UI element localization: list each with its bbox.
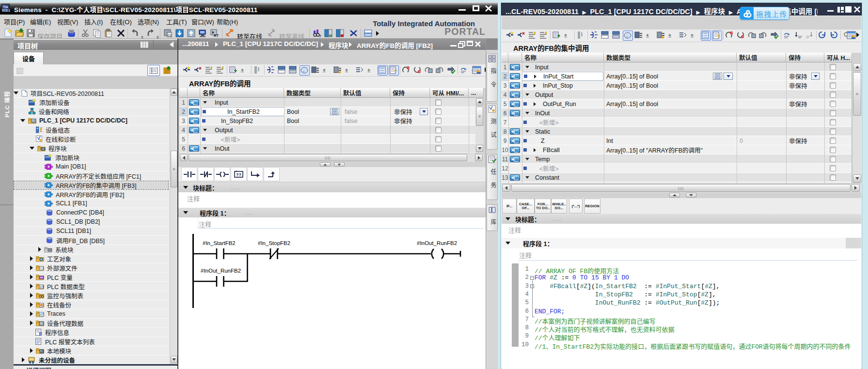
- svg-text:±: ±: [691, 32, 694, 38]
- svg-text:±: ±: [345, 67, 348, 73]
- svg-text:±: ±: [668, 32, 671, 38]
- svg-text:DT: DT: [40, 285, 44, 289]
- svg-text:±: ±: [241, 67, 244, 73]
- svg-text:±: ±: [367, 67, 370, 73]
- svg-text:,,: ,,: [626, 33, 628, 38]
- svg-text:±: ±: [323, 67, 326, 73]
- svg-text:??: ??: [236, 172, 241, 177]
- svg-text:01: 01: [168, 33, 172, 37]
- svg-text:±: ±: [564, 32, 567, 38]
- svg-text:RT: RT: [214, 33, 219, 38]
- svg-text:?: ?: [319, 34, 321, 38]
- svg-text:±: ±: [646, 32, 649, 38]
- svg-text:i: i: [40, 332, 41, 336]
- svg-text:,,: ,,: [302, 68, 304, 73]
